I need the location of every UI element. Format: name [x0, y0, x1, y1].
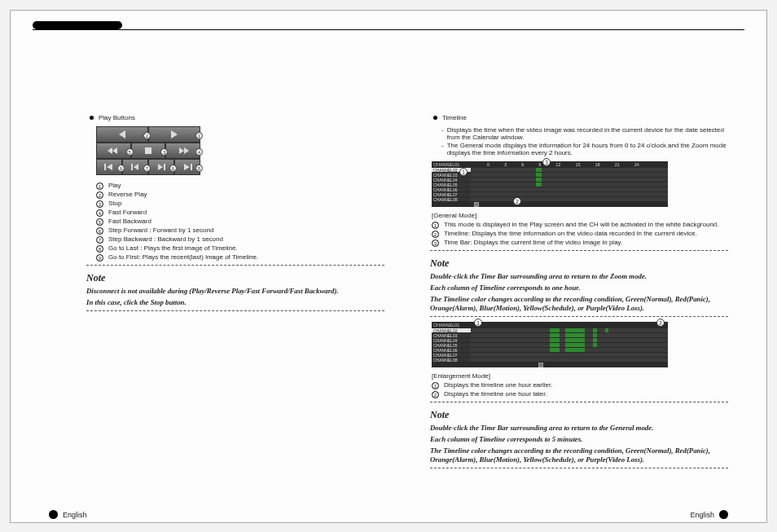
list-item: 1Displays the timeline one hour earlier. — [432, 381, 728, 389]
item-text: Fast Forward — [108, 209, 147, 216]
list-item: 1This mode is displayed in the Play scre… — [432, 221, 728, 229]
go-to-first-button[interactable]: 9 — [96, 159, 122, 175]
play-buttons-heading: Play Buttons — [90, 114, 384, 121]
item-text: Step Forward : Forward by 1 second — [108, 226, 213, 234]
step-forward-button[interactable]: 6 — [148, 159, 174, 175]
dashed-separator — [430, 316, 728, 317]
dashed-separator — [86, 265, 384, 266]
note-body: Double-click the Time Bar surrounding ar… — [430, 272, 725, 281]
item-text: Stop — [108, 200, 121, 207]
stop-button[interactable]: 3 — [131, 143, 166, 159]
svg-rect-14 — [191, 164, 192, 170]
ch-header: CHANNEL01 — [433, 162, 472, 167]
svg-rect-9 — [131, 164, 133, 170]
svg-marker-6 — [184, 147, 189, 154]
page-dot-icon — [49, 510, 58, 519]
item-text: This mode is displayed in the Play scree… — [444, 221, 719, 228]
top-rule — [33, 29, 744, 30]
general-mode-label: [General Mode] — [432, 212, 728, 219]
svg-rect-12 — [164, 164, 165, 170]
footer-right-text: English — [690, 511, 714, 519]
right-column: Timeline -Displays the time when the vid… — [425, 114, 728, 472]
list-item: 5Fast Backward — [96, 218, 384, 226]
footer-left-text: English — [63, 511, 87, 519]
badge-8: 8 — [195, 165, 203, 172]
list-item: 2Reverse Play — [96, 191, 384, 199]
note-body: Disconnect is not available during (Play… — [86, 287, 381, 296]
svg-marker-10 — [134, 164, 138, 170]
list-item: 2Timeline: Displays the time information… — [432, 230, 728, 238]
item-text: Displays the timeline one hour earlier. — [444, 381, 552, 389]
go-to-last-button[interactable]: 8 — [174, 159, 200, 175]
item-text: Fast Backward — [108, 218, 151, 225]
left-column: Play Buttons 2 1 5 — [81, 114, 384, 472]
desc-item: -The General mode displays the informati… — [441, 142, 728, 156]
timeline-label: Timeline — [442, 114, 467, 121]
svg-rect-7 — [104, 164, 106, 170]
badge-4: 4 — [195, 148, 203, 156]
svg-marker-5 — [179, 147, 184, 154]
enlarge-mode-label: [Enlargement Mode] — [432, 372, 728, 380]
svg-marker-0 — [119, 130, 125, 138]
svg-rect-4 — [145, 147, 151, 154]
footer-right: English — [690, 510, 728, 519]
list-item: 4Fast Forward — [96, 209, 384, 217]
note-body: Each column of Timeline corresponds to o… — [430, 284, 725, 292]
svg-marker-1 — [171, 130, 178, 138]
svg-marker-11 — [158, 164, 163, 170]
timeline-enlarge-graphic: 1 2 CHANNEL01 CHANNEL02 CHANNEL03 CHANNE… — [432, 322, 668, 367]
note-body: The Timeline color changes according to … — [430, 295, 725, 313]
desc-item: -Displays the time when the video image … — [441, 126, 728, 141]
svg-marker-13 — [184, 164, 190, 170]
badge-1: 1 — [195, 132, 203, 139]
note-body: Each column of Timeline corresponds to 5… — [430, 435, 725, 444]
item-text: Play — [108, 182, 121, 189]
footer-left: English — [49, 510, 87, 519]
badge-2: 2 — [143, 132, 151, 139]
timeline-slider[interactable] — [432, 202, 668, 207]
bullet-icon — [433, 116, 437, 120]
badge-9: 9 — [117, 165, 125, 172]
note-body: In this case, click the Stop button. — [86, 298, 381, 307]
fast-forward-button[interactable]: 4 — [165, 143, 200, 159]
list-item: 8Go to Last : Plays the first image of T… — [96, 244, 384, 253]
note-title: Note — [430, 409, 728, 421]
item-text: Step Backward : Backward by 1 second — [108, 235, 223, 243]
page-dot-icon — [719, 510, 728, 519]
badge-6: 6 — [169, 165, 177, 172]
list-item: 2Displays the timeline one hour later. — [432, 390, 728, 398]
timeline-heading: Timeline — [433, 114, 728, 121]
item-text: Go to First: Plays the recent(last) imag… — [108, 253, 258, 261]
desc-text: Displays the time when the video image w… — [447, 126, 728, 141]
bullet-icon — [90, 116, 94, 120]
svg-marker-3 — [112, 147, 117, 154]
list-item: 9Go to First: Plays the recent(last) ima… — [96, 253, 384, 262]
item-text: Time Bar: Displays the current time of t… — [444, 239, 622, 246]
note-body: Double-click the Time Bar surrounding ar… — [430, 424, 725, 433]
note-title: Note — [430, 257, 728, 270]
play-buttons-label: Play Buttons — [99, 114, 135, 121]
item-text: Go to Last : Plays the first image of Ti… — [108, 244, 238, 252]
list-item: 7Step Backward : Backward by 1 second — [96, 235, 384, 244]
svg-marker-8 — [107, 164, 112, 170]
fast-backward-button[interactable]: 5 — [96, 143, 131, 159]
play-button[interactable]: 1 — [148, 126, 200, 143]
dashed-separator — [430, 402, 728, 402]
note-body: The Timeline color changes according to … — [430, 446, 725, 464]
top-black-tab — [33, 21, 122, 29]
list-item: 3Time Bar: Displays the current time of … — [432, 239, 728, 247]
play-buttons-graphic: 2 1 5 3 4 — [96, 126, 200, 175]
timeline-slider[interactable] — [432, 363, 668, 367]
item-text: Reverse Play — [108, 191, 147, 198]
svg-marker-2 — [108, 147, 112, 154]
badge-7: 7 — [143, 165, 151, 172]
list-item: 3Stop — [96, 200, 384, 208]
note-title: Note — [86, 272, 384, 284]
list-item: 6Step Forward : Forward by 1 second — [96, 226, 384, 235]
dashed-separator — [430, 250, 728, 251]
reverse-play-button[interactable]: 2 — [96, 126, 148, 143]
desc-text: The General mode displays the informatio… — [447, 142, 728, 156]
step-backward-button[interactable]: 7 — [122, 159, 148, 175]
dashed-separator — [430, 468, 728, 468]
ch-header: CHANNEL01 — [433, 323, 472, 328]
